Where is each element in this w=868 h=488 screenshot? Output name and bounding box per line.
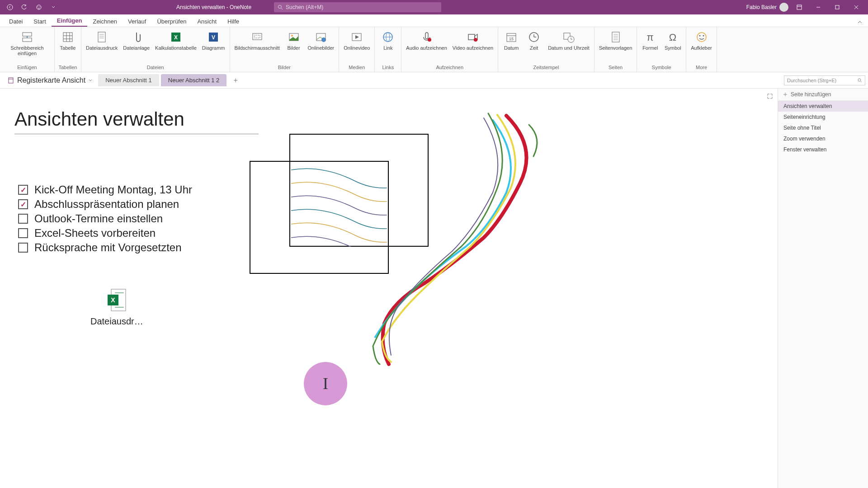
menu-tab-hilfe[interactable]: Hilfe (222, 16, 245, 27)
ribbon-group-label: More (696, 65, 707, 71)
page-list-item[interactable]: Fenster verwalten (778, 144, 868, 155)
ribbon-insert-space-button[interactable]: Schreibbereich einfügen (2, 28, 52, 58)
ribbon-group-label: Zeitstempel (533, 65, 559, 71)
undo-button[interactable] (19, 2, 30, 13)
ribbon-video-rec-button[interactable]: Video aufzeichnen (450, 28, 496, 52)
ribbon-datetime-button[interactable]: Datum und Uhrzeit (545, 28, 592, 52)
checklist-item[interactable]: Abschlusspräsentation planen (18, 198, 192, 211)
checkbox[interactable] (18, 228, 28, 238)
notebook-icon (7, 77, 14, 84)
checklist-label: Excel-Sheets vorbereiten (34, 227, 156, 239)
menu-tab-start[interactable]: Start (28, 16, 51, 27)
ribbon-attachment-button[interactable]: Dateianlage (120, 28, 152, 52)
notebook-dropdown[interactable]: Registerkarte Ansicht (4, 75, 96, 86)
checkbox[interactable] (18, 185, 28, 195)
ribbon-item-label: Audio aufzeichnen (406, 45, 447, 51)
add-page-button[interactable]: Seite hinzufügen (778, 89, 868, 101)
add-section-button[interactable]: + (230, 75, 241, 86)
ribbon-date-button[interactable]: 15Datum (500, 28, 523, 52)
ribbon-template-button[interactable]: Seitenvorlagen (596, 28, 635, 52)
search-pages-input[interactable]: Durchsuchen (Strg+E) (784, 75, 865, 85)
diagram-icon: V (206, 30, 221, 44)
page-canvas[interactable]: Ansichten verwalten Kick-Off Meeting Mon… (0, 89, 778, 488)
ribbon-table-button[interactable]: Tabelle (57, 28, 79, 52)
plus-icon (783, 92, 788, 97)
checkbox[interactable] (18, 214, 28, 224)
ribbon-group-label: Links (382, 65, 394, 71)
screenshot-icon (250, 30, 264, 44)
section-tab[interactable]: Neuer Abschnitt 1 (98, 74, 159, 86)
ribbon-time-button[interactable]: Zeit (523, 28, 545, 52)
menu-tab-datei[interactable]: Datei (4, 16, 28, 27)
maximize-button[interactable] (829, 2, 845, 13)
section-tab[interactable]: Neuer Abschnitt 1 2 (161, 74, 226, 86)
page-list-item[interactable]: Seite ohne Titel (778, 122, 868, 133)
ribbon-item-label: Datum (504, 45, 519, 51)
ribbon-item-label: Seitenvorlagen (599, 45, 632, 51)
ribbon-sticker-button[interactable]: Aufkleber (688, 28, 714, 52)
menu-tab-zeichnen[interactable]: Zeichnen (87, 16, 122, 27)
expand-page-button[interactable] (767, 93, 773, 101)
window-title: Ansichten verwalten - OneNote (176, 4, 251, 10)
symbol-icon: Ω (665, 30, 680, 44)
page-list-item[interactable]: Zoom verwenden (778, 133, 868, 144)
touch-mode-button[interactable] (33, 2, 44, 13)
checklist-item[interactable]: Outlook-Termine einstellen (18, 212, 192, 225)
notebook-label: Registerkarte Ansicht (17, 76, 85, 84)
ink-drawing[interactable] (348, 111, 574, 375)
checklist-item[interactable]: Excel-Sheets vorbereiten (18, 227, 192, 239)
ribbon-item-label: Onlinevideo (344, 45, 370, 51)
excel-file-icon: X (106, 287, 127, 313)
menu-tab-ueberpruefen[interactable]: Überprüfen (151, 16, 192, 27)
page-title[interactable]: Ansichten verwalten (14, 108, 259, 134)
search-box[interactable]: Suchen (Alt+M) (274, 2, 441, 12)
ribbon-group: SeitenvorlagenSeiten (594, 27, 637, 72)
ribbon-file-print-button[interactable]: Dateiausdruck (83, 28, 120, 52)
close-button[interactable] (848, 2, 864, 13)
menu-tab-ansicht[interactable]: Ansicht (192, 16, 222, 27)
back-button[interactable] (5, 2, 15, 13)
collapse-ribbon-button[interactable] (857, 19, 863, 27)
svg-rect-15 (63, 33, 72, 42)
checkbox[interactable] (18, 243, 28, 253)
ribbon-online-picture-button[interactable]: Onlinebilder (305, 28, 337, 52)
ribbon-video-button[interactable]: Onlinevideo (341, 28, 373, 52)
ribbon-picture-button[interactable]: Bilder (283, 28, 305, 52)
page-list-item[interactable]: Seiteneinrichtung (778, 112, 868, 122)
minimize-button[interactable] (810, 2, 826, 13)
ribbon-item-label: Aufkleber (691, 45, 712, 51)
svg-point-2 (38, 6, 38, 7)
ribbon-item-label: Tabelle (60, 45, 76, 51)
checklist-item[interactable]: Rücksprache mit Vorgesetzten (18, 241, 192, 254)
ribbon-group: OnlinevideoMedien (339, 27, 375, 72)
ribbon-spreadsheet-button[interactable]: XKalkulationstabelle (152, 28, 199, 52)
insert-space-icon (20, 30, 34, 44)
qat-dropdown[interactable] (48, 2, 59, 13)
ribbon-group-label: Einfügen (17, 65, 37, 71)
page-list-item[interactable]: Ansichten verwalten (778, 101, 868, 112)
ribbon-display-button[interactable] (791, 2, 807, 13)
avatar[interactable] (779, 3, 788, 12)
menu-tab-einfuegen[interactable]: Einfügen (52, 15, 88, 27)
ribbon-link-button[interactable]: Link (377, 28, 399, 52)
search-icon (858, 78, 862, 83)
online-picture-icon (314, 30, 328, 44)
svg-text:15: 15 (509, 37, 514, 41)
ribbon-audio-rec-button[interactable]: Audio aufzeichnen (403, 28, 450, 52)
ribbon-diagram-button[interactable]: VDiagramm (199, 28, 228, 52)
ribbon-symbol-button[interactable]: ΩSymbol (661, 28, 684, 52)
file-print-icon (94, 30, 109, 44)
checklist-item[interactable]: Kick-Off Meeting Montag, 13 Uhr (18, 183, 192, 196)
audio-rec-icon (420, 30, 434, 44)
svg-line-5 (281, 8, 283, 9)
svg-point-59 (697, 33, 706, 42)
file-attachment[interactable]: X Dateiausdr… (90, 287, 143, 327)
checkbox[interactable] (18, 199, 28, 209)
checklist[interactable]: Kick-Off Meeting Montag, 13 UhrAbschluss… (18, 183, 192, 256)
ribbon-equation-button[interactable]: πFormel (639, 28, 661, 52)
add-page-label: Seite hinzufügen (791, 91, 831, 98)
ribbon-screenshot-button[interactable]: Bildschirmausschnitt (232, 28, 283, 52)
menu-tab-verlauf[interactable]: Verlauf (123, 16, 151, 27)
checklist-label: Outlook-Termine einstellen (34, 212, 163, 225)
ribbon-item-label: Schreibbereich einfügen (5, 45, 50, 56)
